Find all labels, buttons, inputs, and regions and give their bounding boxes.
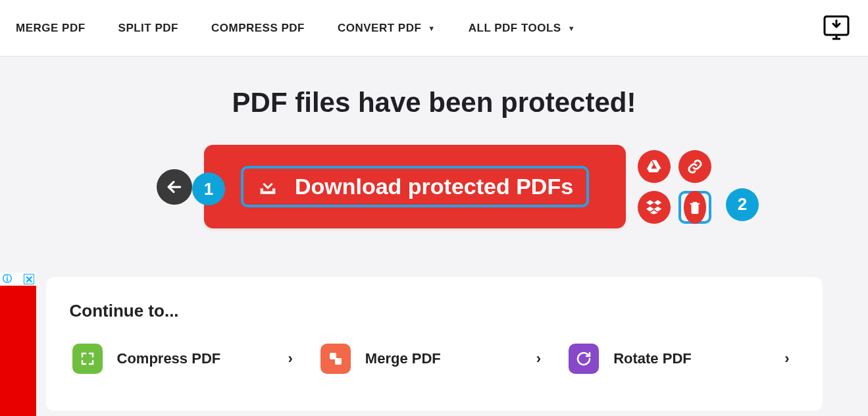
continue-title: Continue to... — [70, 301, 799, 321]
nav-all-pdf-tools[interactable]: ALL PDF TOOLS — [469, 22, 575, 35]
share-link-button[interactable] — [678, 150, 711, 183]
top-nav: MERGE PDF SPLIT PDF COMPRESS PDF CONVERT… — [0, 0, 868, 57]
nav-merge-pdf[interactable]: MERGE PDF — [16, 22, 86, 35]
page-title: PDF files have been protected! — [0, 87, 868, 118]
download-label: Download protected PDFs — [295, 174, 573, 199]
dropbox-button[interactable] — [638, 191, 671, 224]
delete-highlight — [678, 191, 711, 224]
chevron-right-icon: › — [536, 350, 548, 367]
chevron-right-icon: › — [784, 350, 796, 367]
svg-rect-7 — [330, 353, 336, 359]
back-button[interactable] — [157, 169, 192, 205]
svg-rect-8 — [335, 358, 342, 365]
annotation-badge-1: 1 — [192, 172, 225, 205]
merge-icon — [320, 344, 351, 374]
google-drive-button[interactable] — [638, 150, 671, 183]
download-monitor-icon[interactable] — [821, 13, 852, 44]
chevron-right-icon: › — [288, 350, 299, 367]
svg-rect-4 — [261, 191, 276, 194]
ad-info-icon[interactable]: ⓘ — [2, 274, 13, 284]
ad-controls: ⓘ ✕ — [0, 273, 36, 286]
ad-close-icon[interactable]: ✕ — [24, 274, 34, 284]
continue-item-label: Merge PDF — [365, 350, 536, 367]
download-panel: 1 Download protected PDFs — [204, 145, 626, 228]
download-icon — [257, 174, 279, 199]
svg-rect-5 — [261, 188, 263, 191]
main-content: PDF files have been protected! 1 Do — [0, 57, 868, 411]
continue-card: Continue to... Compress PDF › Merge PDF … — [46, 277, 823, 411]
continue-item-label: Compress PDF — [117, 350, 288, 367]
annotation-badge-2: 2 — [726, 188, 759, 221]
svg-rect-6 — [272, 188, 275, 191]
download-row: 1 Download protected PDFs — [0, 145, 868, 228]
download-button[interactable]: Download protected PDFs — [241, 166, 589, 207]
nav-convert-pdf[interactable]: CONVERT PDF — [338, 22, 436, 35]
continue-compress-pdf[interactable]: Compress PDF › — [70, 338, 302, 379]
delete-button[interactable] — [684, 191, 706, 224]
side-icons: 2 — [638, 150, 711, 224]
continue-item-label: Rotate PDF — [613, 350, 784, 367]
continue-rotate-pdf[interactable]: Rotate PDF › — [566, 338, 798, 379]
ad-banner: ⓘ ✕ — [0, 273, 36, 416]
nav-split-pdf[interactable]: SPLIT PDF — [118, 22, 178, 35]
rotate-icon — [569, 344, 599, 374]
compress-icon — [72, 344, 103, 374]
nav-compress-pdf[interactable]: COMPRESS PDF — [211, 22, 305, 35]
continue-row: Compress PDF › Merge PDF › Rotate PDF › — [70, 338, 799, 379]
continue-merge-pdf[interactable]: Merge PDF › — [318, 338, 550, 379]
